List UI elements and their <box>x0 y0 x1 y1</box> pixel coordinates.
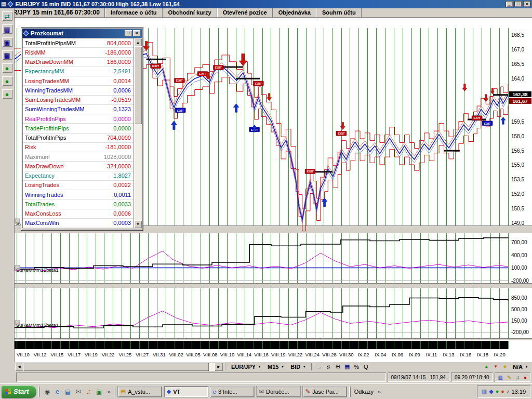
close-button[interactable]: × <box>523 1 531 7</box>
status-sound-icon[interactable]: ♫ <box>515 375 520 380</box>
task-vt[interactable]: ◆VT <box>164 386 208 397</box>
svg-text:VII.27: VII.27 <box>136 352 149 357</box>
inspector-row[interactable]: MaxDrawDown324,0000 <box>23 162 142 171</box>
pan-arrows-icon[interactable]: ⇄ <box>2 11 12 21</box>
task-a-vstup[interactable]: ▤A_vstu... <box>117 386 162 397</box>
inspector-row[interactable]: WinningTrades0,0011 <box>23 190 142 200</box>
svg-text:155,0: 155,0 <box>511 162 524 168</box>
dialog-close-button[interactable]: × <box>133 30 140 36</box>
scroll-down-icon[interactable]: ▼ <box>134 220 142 228</box>
chart-scroll-right-button[interactable]: ▶ <box>215 363 223 371</box>
inspector-row[interactable]: TotalProfitInPipsMM804,0000 <box>23 38 142 48</box>
quote-icon[interactable]: Q <box>361 363 370 371</box>
inspector-row[interactable]: TotalProfitInPips704,0000 <box>23 134 142 143</box>
inspector-row[interactable]: MaxDrawDownMM186,0000 <box>23 58 142 67</box>
connect-status-icon[interactable]: ● <box>2 63 12 73</box>
inspector-row[interactable]: RiskMM-186,0000 <box>23 48 142 57</box>
quick-launch-media-icon[interactable]: ♫ <box>84 387 94 397</box>
timeframe-dropdown[interactable]: M15▼ <box>264 364 287 370</box>
chart-scrollbar-thumb[interactable] <box>23 363 209 371</box>
quick-launch-mail-icon[interactable]: ✉ <box>73 387 84 397</box>
sell-arrow-icon[interactable]: ▼ <box>491 363 500 371</box>
dialog-title-bar[interactable]: Prozkoumat □ × <box>22 29 142 38</box>
svg-text:700,00: 700,00 <box>511 240 527 245</box>
svg-text:VIII.22: VIII.22 <box>288 352 302 357</box>
symbol-dropdown[interactable]: EUR/JPY▼ <box>228 364 264 370</box>
scrollbar-thumb[interactable] <box>134 46 142 124</box>
task-paint-shop[interactable]: ✎Jasc Pai... <box>302 386 347 397</box>
tray-volume-icon[interactable]: ♪ <box>507 388 510 395</box>
inspector-row[interactable]: TradeProfitInPips0,0000 <box>23 124 142 133</box>
quick-launch-browser-icon[interactable]: ◉ <box>42 387 52 397</box>
toolbar-grip[interactable] <box>38 387 40 397</box>
svg-text:162,38: 162,38 <box>512 91 527 97</box>
tray-chart-icon[interactable]: ▥ <box>482 388 487 395</box>
task-inbox[interactable]: ✉Doruče... <box>256 386 301 397</box>
window-title-bar[interactable]: ▤ EUR/JPY 15 min BID 161,67 07:30:00 Hig… <box>0 0 532 8</box>
toolbar-grip[interactable] <box>114 387 115 397</box>
buy-arrow-icon[interactable]: ▲ <box>482 363 491 371</box>
inspector-row[interactable]: WinningTradesMM0,0006 <box>23 86 142 95</box>
inspector-row[interactable]: SumLosingTradesMM-0,0519 <box>23 96 142 105</box>
inspector-row[interactable]: MaxConsLoss0,0006 <box>23 209 142 219</box>
chart-tab[interactable]: EUR/JPY 15 min 161,66 07:30:00 <box>0 8 105 17</box>
inspector-row[interactable]: LosingTradesMM0,0014 <box>23 76 142 86</box>
minimize-button[interactable]: _ <box>506 1 513 7</box>
toolbar-grip[interactable] <box>349 387 351 397</box>
feed-status-icon[interactable]: ● <box>2 89 12 99</box>
chart-scrollbar[interactable] <box>23 363 215 371</box>
restore-button[interactable]: □ <box>514 1 522 7</box>
chart-scroll-left-button[interactable]: ◀ <box>15 363 23 371</box>
inspector-row[interactable]: SumWinningTradesMM0,1323 <box>23 105 142 114</box>
inspector-row[interactable]: Risk-181,0000 <box>23 143 142 152</box>
tab-1[interactable]: Informace o účtu <box>105 8 163 17</box>
tab-4[interactable]: Objednávka <box>273 8 316 17</box>
quick-launch-chevron[interactable]: » <box>107 389 112 395</box>
inspector-dialog[interactable]: Prozkoumat □ × TotalProfitInPipsMM804,00… <box>21 27 143 231</box>
quick-launch-ie-icon[interactable]: e <box>52 387 63 397</box>
inspector-row[interactable]: MaxConsWin0,0003 <box>23 219 142 228</box>
task-buttons: ▤A_vstu...◆VTe3 Inte...✉Doruče...✎Jasc P… <box>117 386 347 397</box>
tile-windows-icon[interactable]: ▦ <box>2 50 12 60</box>
task-internet-group[interactable]: e3 Inte... <box>210 386 255 397</box>
tray-shield-icon[interactable]: ◆ <box>489 388 493 395</box>
alert-diamond-icon[interactable]: ◆ <box>500 363 510 371</box>
grid-icon[interactable]: ♯ <box>324 363 333 371</box>
dialog-dock-button[interactable]: □ <box>125 30 132 36</box>
scroll-up-icon[interactable]: ▲ <box>134 38 142 46</box>
inspector-row-label: TradeProfitInPips <box>25 125 69 131</box>
inspector-row[interactable]: TotalTrades0,0033 <box>23 200 142 209</box>
dialog-scrollbar[interactable]: ▲ ▼ <box>134 38 142 228</box>
svg-text:IX.20: IX.20 <box>494 352 506 357</box>
inspector-row[interactable]: LosingTrades0,0022 <box>23 181 142 190</box>
tab-5[interactable]: Souhrn účtu <box>316 8 362 17</box>
status-chart-icon[interactable]: ▥ <box>498 375 503 380</box>
na-dropdown[interactable]: N/A▼ <box>510 364 531 370</box>
chart-list-icon[interactable]: ▤ <box>2 24 12 34</box>
links-toolbar[interactable]: Odkazy » <box>353 389 383 395</box>
quick-launch-doc-icon[interactable]: ▣ <box>94 387 104 397</box>
percent-icon[interactable]: % <box>352 363 361 371</box>
scrollbar-track[interactable] <box>134 124 142 220</box>
inspector-row[interactable]: ExpectancyMM2,5491 <box>23 67 142 76</box>
price-type-dropdown[interactable]: BID▼ <box>287 364 309 370</box>
start-button[interactable]: Start <box>2 385 36 398</box>
svg-text:158,0: 158,0 <box>511 134 524 139</box>
tab-2[interactable]: Obchodní kurzy <box>163 8 217 17</box>
inspector-row[interactable]: RealProfitInPips0,0000 <box>23 114 142 124</box>
goto-end-icon[interactable]: → <box>314 363 324 371</box>
links-chevron[interactable]: » <box>377 389 382 395</box>
tray-alert-icon[interactable]: ● <box>501 388 504 395</box>
new-chart-icon[interactable]: ▣ <box>2 37 12 47</box>
tab-3[interactable]: Otevřené pozice <box>217 8 273 17</box>
new-window-icon[interactable]: ⊞ <box>333 363 342 371</box>
system-tray: ▥◆●●♪ 13:19 <box>477 385 530 398</box>
quick-launch-desktop-icon[interactable]: ▤ <box>63 387 73 397</box>
inspector-row[interactable]: Expectancy1,8027 <box>23 171 142 181</box>
table-icon[interactable]: ▦ <box>342 363 352 371</box>
inspector-row[interactable]: Maximum1028,0000 <box>23 152 142 162</box>
account-status-icon[interactable]: ● <box>2 76 12 86</box>
tray-green-icon[interactable]: ● <box>496 388 499 395</box>
status-record-icon[interactable]: ● <box>524 375 527 380</box>
status-pencil-icon[interactable]: ✎ <box>507 375 511 380</box>
